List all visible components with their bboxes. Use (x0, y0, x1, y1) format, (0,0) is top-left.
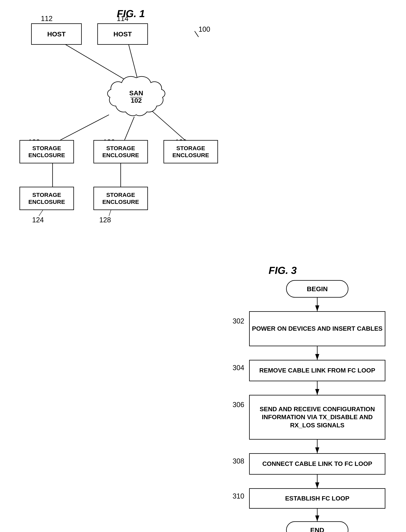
fig3-title: FIG. 3 (268, 264, 297, 276)
step-306-box: SEND AND RECEIVE CONFIGURATION INFORMATI… (249, 395, 385, 440)
svg-line-4 (124, 117, 134, 140)
step-302-box: POWER ON DEVICES AND INSERT CABLES (249, 311, 385, 346)
host1-box: HOST (31, 23, 82, 45)
svg-line-9 (39, 210, 43, 216)
ref-100: 100 (198, 25, 210, 34)
ref-114: 114 (117, 14, 129, 23)
storage-enc-122: STORAGE ENCLOSURE (20, 140, 74, 163)
begin-oval: BEGIN (286, 280, 348, 298)
svg-text:SAN: SAN (129, 89, 143, 97)
storage-enc-126: STORAGE ENCLOSURE (94, 140, 148, 163)
ref-124: 124 (32, 216, 44, 224)
svg-line-3 (60, 115, 109, 140)
svg-line-8 (195, 31, 198, 37)
step-304-ref: 304 (232, 364, 244, 372)
svg-text:102: 102 (131, 97, 142, 104)
ref-112: 112 (41, 14, 52, 23)
diagram-lines (0, 0, 406, 532)
page: FIG. 1 100 112 114 HOST HOST SAN 102 122… (0, 0, 406, 532)
ref-128: 128 (99, 216, 111, 224)
step-310-box: ESTABLISH FC LOOP (249, 488, 385, 509)
step-308-ref: 308 (232, 457, 244, 465)
host2-box: HOST (97, 23, 148, 45)
storage-enc-128: STORAGE ENCLOSURE (94, 187, 148, 210)
svg-line-10 (109, 210, 111, 216)
end-oval: END (286, 521, 348, 532)
storage-enc-130: STORAGE ENCLOSURE (164, 140, 218, 163)
step-302-ref: 302 (232, 317, 244, 325)
step-304-box: REMOVE CABLE LINK FROM FC LOOP (249, 360, 385, 381)
step-306-ref: 306 (232, 401, 244, 409)
san-cloud: SAN 102 (105, 74, 167, 120)
step-310-ref: 310 (232, 492, 244, 500)
storage-enc-124: STORAGE ENCLOSURE (20, 187, 74, 210)
step-308-box: CONNECT CABLE LINK TO FC LOOP (249, 453, 385, 475)
